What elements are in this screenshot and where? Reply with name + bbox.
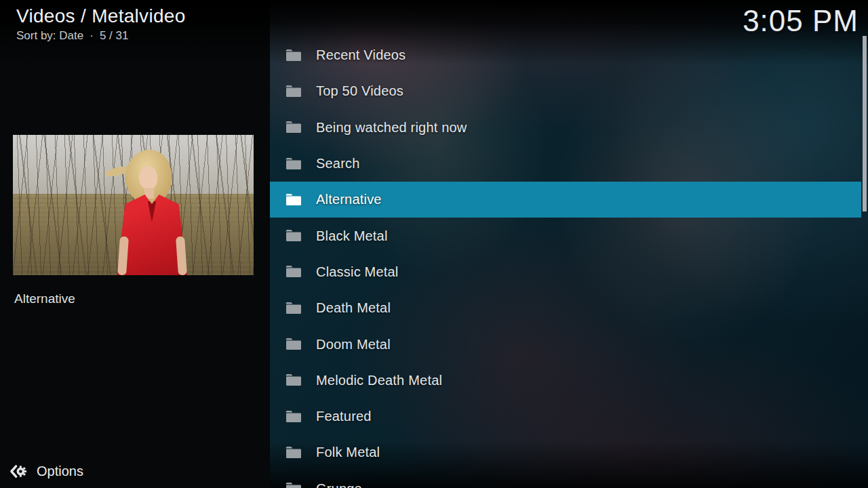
folder-icon <box>285 121 302 134</box>
folder-icon <box>285 49 302 62</box>
list-item-label: Folk Metal <box>316 445 380 460</box>
sort-separator: · <box>90 29 94 43</box>
list-item-grunge[interactable]: Grunge <box>270 471 861 488</box>
list-item-label: Search <box>316 156 360 171</box>
category-list: Recent Videos Top 50 Videos Being watche… <box>270 37 868 488</box>
list-item-classic-metal[interactable]: Classic Metal <box>270 254 861 290</box>
scrollbar <box>863 36 867 483</box>
page-title: Videos / Metalvideo <box>16 5 186 27</box>
list-item-melodic-death-metal[interactable]: Melodic Death Metal <box>270 363 861 399</box>
list-item-label: Being watched right now <box>316 120 467 136</box>
folder-icon <box>285 446 302 460</box>
list-item-black-metal[interactable]: Black Metal <box>270 218 861 253</box>
list-item-alternative[interactable]: Alternative <box>270 182 861 218</box>
folder-icon <box>285 302 302 315</box>
header: Videos / Metalvideo Sort by: Date · 5 / … <box>16 5 186 43</box>
folder-icon <box>285 229 302 243</box>
folder-icon <box>285 157 302 171</box>
folder-icon <box>285 85 302 98</box>
list-item-label: Doom Metal <box>316 337 391 352</box>
folder-icon <box>285 193 302 207</box>
list-item-search[interactable]: Search <box>270 146 861 182</box>
list-item-label: Classic Metal <box>316 264 399 280</box>
item-position: 5 / 31 <box>100 29 129 43</box>
sort-by-label: Sort by: Date <box>16 29 83 43</box>
options-gear-icon <box>9 462 27 481</box>
folder-icon <box>285 410 302 424</box>
folder-icon <box>285 482 302 488</box>
list-item-label: Death Metal <box>316 300 391 316</box>
kodi-screen: Videos / Metalvideo Sort by: Date · 5 / … <box>0 0 868 488</box>
list-item-being-watched-right-now[interactable]: Being watched right now <box>270 110 861 146</box>
folder-icon <box>285 265 302 279</box>
list-item-label: Recent Videos <box>316 47 406 63</box>
options-button[interactable]: Options <box>9 462 83 481</box>
scrollbar-thumb[interactable] <box>863 36 867 211</box>
preview-caption: Alternative <box>14 291 75 306</box>
list-item-doom-metal[interactable]: Doom Metal <box>270 326 861 362</box>
clock: 3:05 PM <box>743 4 859 38</box>
thumb-woman-figure <box>115 150 189 275</box>
list-item-label: Black Metal <box>316 228 388 244</box>
list-item-folk-metal[interactable]: Folk Metal <box>270 434 861 470</box>
list-item-death-metal[interactable]: Death Metal <box>270 290 861 326</box>
list-item-label: Featured <box>316 409 372 424</box>
list-item-featured[interactable]: Featured <box>270 399 861 434</box>
list-item-label: Alternative <box>316 192 382 207</box>
folder-icon <box>285 338 302 351</box>
list-item-top-50-videos[interactable]: Top 50 Videos <box>270 73 861 109</box>
list-item-label: Grunge <box>316 481 362 488</box>
list-item-label: Melodic Death Metal <box>316 373 442 388</box>
sort-info: Sort by: Date · 5 / 31 <box>16 29 186 43</box>
options-label: Options <box>37 464 83 479</box>
folder-icon <box>285 373 302 387</box>
list-item-label: Top 50 Videos <box>316 83 403 99</box>
list-item-recent-videos[interactable]: Recent Videos <box>270 37 861 73</box>
preview-thumbnail <box>13 135 254 275</box>
